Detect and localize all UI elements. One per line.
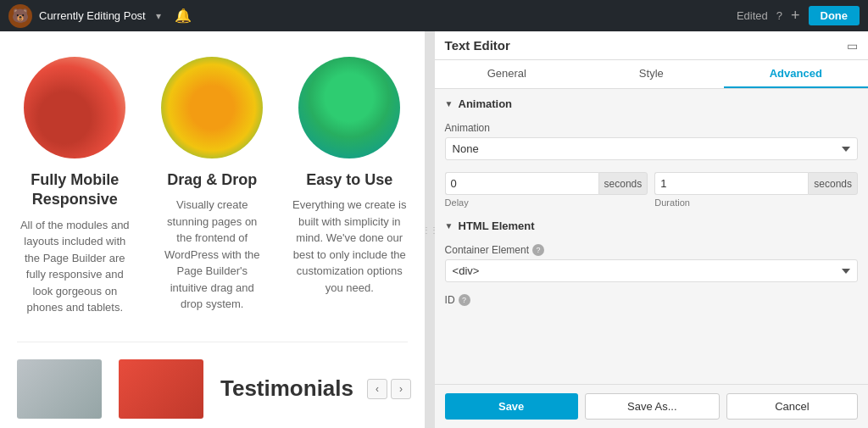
container-label-row: Container Element ? — [445, 244, 858, 256]
next-arrow[interactable]: › — [391, 379, 411, 399]
edited-label: Edited — [737, 9, 768, 22]
animation-dropdown[interactable]: None FadeIn SlideIn BounceIn — [445, 137, 858, 160]
header-title: Currently Editing Post — [39, 9, 146, 22]
delay-field: seconds Delay — [445, 172, 648, 208]
duration-input-row: seconds — [654, 172, 858, 195]
testimonials-title: Testimonials — [220, 375, 353, 402]
thumbnail-living — [17, 359, 102, 419]
feature-item-mobile: Fully MobileResponsive All of the module… — [17, 57, 133, 316]
page-content: Fully MobileResponsive All of the module… — [0, 31, 425, 428]
duration-label: Duration — [654, 197, 858, 208]
section-divider — [17, 342, 408, 342]
container-help-icon[interactable]: ? — [532, 244, 544, 256]
save-as-button[interactable]: Save As... — [585, 393, 720, 420]
feature-desc-dragdrop: Visually create stunning pages on the fr… — [159, 197, 266, 313]
delay-input[interactable] — [445, 172, 598, 195]
tab-style[interactable]: Style — [579, 60, 723, 88]
container-dropdown[interactable]: <div> <section> <article> <aside> — [445, 259, 858, 282]
site-logo: 🐻 — [8, 4, 32, 28]
duration-input[interactable] — [654, 172, 808, 195]
sunflower-image — [161, 57, 263, 158]
tab-advanced[interactable]: Advanced — [724, 60, 868, 88]
thumbnail-craft — [119, 359, 203, 419]
help-icon[interactable]: ? — [776, 9, 782, 22]
chevron-html-icon: ▼ — [445, 221, 453, 231]
done-button[interactable]: Done — [809, 6, 860, 25]
panel-body: ▼ Animation Animation None FadeIn SlideI… — [435, 89, 868, 384]
header-right: Edited ? + Done — [737, 6, 860, 25]
html-section-header[interactable]: ▼ HTML Element — [435, 211, 868, 239]
feature-desc-easytouse: Everything we create is built with simpl… — [292, 197, 408, 296]
bell-icon[interactable]: 🔔 — [175, 8, 192, 24]
collapse-icon[interactable]: ▭ — [847, 39, 858, 53]
save-button[interactable]: Save — [445, 393, 578, 420]
panel-actions: Save Save As... Cancel — [435, 384, 868, 428]
delay-suffix: seconds — [598, 172, 648, 195]
sidebar-wrapper: ⋮⋮ Text Editor ▭ General Style Advanced — [425, 31, 868, 428]
panel-inner: Text Editor ▭ General Style Advanced — [435, 31, 868, 428]
container-label: Container Element — [445, 244, 529, 256]
delay-label: Delay — [445, 197, 648, 208]
chevron-down-icon[interactable]: ▾ — [156, 10, 161, 22]
animation-field-label: Animation — [445, 122, 858, 134]
feature-title-easytouse: Easy to Use — [292, 170, 408, 190]
testimonials-header: Testimonials ‹ › — [220, 375, 411, 402]
drag-handle[interactable]: ⋮⋮ — [425, 31, 435, 428]
feature-item-easytouse: Easy to Use Everything we create is buil… — [292, 57, 408, 316]
animation-section-label: Animation — [459, 97, 513, 110]
header: 🐻 Currently Editing Post ▾ 🔔 Edited ? + … — [0, 0, 868, 31]
tab-general[interactable]: General — [435, 60, 579, 88]
delay-input-row: seconds — [445, 172, 648, 195]
id-label-row: ID ? — [435, 291, 868, 308]
animation-section-header[interactable]: ▼ Animation — [435, 89, 868, 117]
prev-arrow[interactable]: ‹ — [367, 379, 387, 399]
timing-row: seconds Delay seconds Duration — [435, 169, 868, 211]
strawberry-image — [24, 57, 125, 158]
add-icon[interactable]: + — [791, 7, 800, 25]
feature-row: Fully MobileResponsive All of the module… — [17, 57, 408, 316]
panel-header: Text Editor ▭ — [435, 31, 868, 60]
nav-arrows: ‹ › — [367, 379, 411, 399]
feature-title-mobile: Fully MobileResponsive — [17, 170, 133, 210]
panel-tabs: General Style Advanced — [435, 60, 868, 89]
html-section-label: HTML Element — [459, 220, 535, 232]
grass-image — [298, 57, 400, 158]
duration-suffix: seconds — [808, 172, 858, 195]
cancel-button[interactable]: Cancel — [726, 393, 858, 420]
bottom-row: Testimonials ‹ › — [17, 359, 408, 419]
feature-item-dragdrop: Drag & Drop Visually create stunning pag… — [159, 57, 266, 316]
chevron-icon: ▼ — [445, 99, 453, 108]
id-help-icon[interactable]: ? — [459, 294, 470, 306]
duration-field: seconds Duration — [654, 172, 858, 208]
feature-desc-mobile: All of the modules and layouts included … — [17, 217, 133, 316]
panel-title: Text Editor — [445, 38, 510, 53]
main-layout: Fully MobileResponsive All of the module… — [0, 31, 868, 428]
feature-title-dragdrop: Drag & Drop — [159, 170, 266, 190]
id-label: ID — [445, 294, 455, 306]
animation-field-group: Animation None FadeIn SlideIn BounceIn — [435, 117, 868, 169]
html-section-body: Container Element ? <div> <section> <art… — [435, 239, 868, 291]
